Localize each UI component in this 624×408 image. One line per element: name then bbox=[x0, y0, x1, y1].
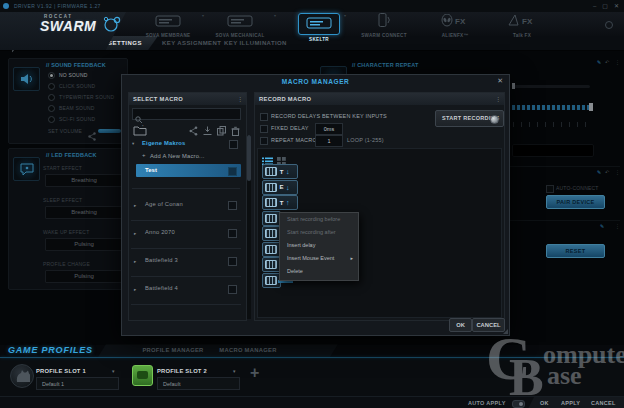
tree-folder-label[interactable]: Age of Conan bbox=[145, 201, 183, 207]
profile-slot2-select[interactable]: Default bbox=[157, 377, 240, 390]
cancel-button[interactable]: CANCEL bbox=[591, 397, 616, 408]
menu-item-insert-delay[interactable]: Insert delay bbox=[280, 239, 358, 252]
dialog-title: MACRO MANAGER bbox=[122, 78, 509, 85]
macro-list-scrollbar[interactable] bbox=[247, 135, 251, 319]
driver-version-text: DRIVER V1.92 | FIRMWARE 1.27 bbox=[14, 3, 101, 9]
maximize-icon[interactable]: ▢ bbox=[602, 3, 608, 9]
device-tab-alienfx[interactable]: FX ALIENFX™ bbox=[417, 13, 493, 38]
tab-profile-manager[interactable]: PROFILE MANAGER bbox=[128, 344, 218, 357]
divider bbox=[0, 357, 624, 358]
macro-search-input[interactable] bbox=[132, 108, 241, 120]
tree-checkbox[interactable] bbox=[228, 257, 237, 266]
tree-checkbox[interactable] bbox=[228, 285, 237, 294]
dialog-ok-button[interactable]: OK bbox=[449, 318, 472, 332]
macro-event-row[interactable]: E ↓ bbox=[262, 180, 298, 195]
key-icon bbox=[265, 167, 277, 176]
caret-right-icon[interactable]: ▸ bbox=[134, 259, 136, 264]
key-press-arrow-icon: ↓ bbox=[286, 165, 290, 178]
profile-row: PROFILE SLOT 1 ▾ Default 1 PROFILE SLOT … bbox=[0, 358, 624, 396]
tree-macro-label[interactable]: Test bbox=[145, 167, 157, 173]
roccat-app-icon bbox=[3, 3, 9, 9]
event-key: T bbox=[277, 200, 286, 206]
repeat-count-value[interactable]: 1 bbox=[315, 135, 343, 147]
device-tab-swarm-connect[interactable]: SWARM CONNECT bbox=[346, 13, 422, 38]
minimize-icon[interactable]: – bbox=[593, 3, 596, 9]
tree-folder-label[interactable]: Eigene Makros bbox=[142, 140, 186, 146]
device-tab-talkfx[interactable]: FX Talk FX bbox=[484, 13, 560, 38]
statusbar: AUTO APPLY OK APPLY CANCEL bbox=[0, 396, 624, 408]
chevron-down-icon[interactable]: ▾ bbox=[233, 368, 236, 374]
alien-icon: FX bbox=[440, 13, 470, 30]
close-icon[interactable]: ✕ bbox=[497, 77, 503, 85]
record-dot-icon bbox=[490, 115, 499, 124]
device-tab-sova-membrane[interactable]: ▾ SOVA MEMBRANE bbox=[130, 13, 206, 38]
tree-checkbox[interactable] bbox=[229, 140, 238, 149]
key-press-arrow-icon: ↓ bbox=[286, 181, 290, 194]
caret-down-icon[interactable]: ▾ bbox=[132, 141, 134, 146]
resize-handle[interactable] bbox=[503, 329, 508, 334]
menu-item-insert-mouse-event[interactable]: Insert Mouse Event ▸ bbox=[280, 252, 358, 265]
talkfx-icon: FX bbox=[507, 13, 537, 30]
start-recording-button[interactable]: START RECORDING bbox=[435, 110, 504, 127]
chevron-down-icon[interactable]: ▾ bbox=[112, 368, 115, 374]
tree-folder-age-of-conan[interactable]: ▸ Age of Conan bbox=[131, 192, 241, 221]
keyboard-icon bbox=[155, 13, 181, 30]
device-tab-label: SOVA MEMBRANE bbox=[130, 33, 206, 38]
menu-item-start-recording-after[interactable]: Start recording after bbox=[280, 226, 358, 239]
header-circle-button[interactable] bbox=[605, 21, 613, 29]
chevron-down-icon[interactable]: ▾ bbox=[274, 13, 276, 18]
tree-folder-eigene-makros[interactable]: ▾ Eigene Makros bbox=[129, 138, 244, 150]
key-icon bbox=[265, 198, 277, 207]
kebab-menu-icon[interactable]: ⋮ bbox=[496, 93, 502, 105]
auto-apply-toggle[interactable] bbox=[512, 400, 525, 408]
tree-macro-test-selected[interactable]: Test bbox=[136, 164, 241, 177]
macro-manager-dialog: MACRO MANAGER ✕ SELECT MACRO ⋮ * ▾ Eigen… bbox=[121, 74, 510, 336]
tab-macro-manager[interactable]: MACRO MANAGER bbox=[208, 344, 288, 357]
tree-folder-label[interactable]: Battlefield 3 bbox=[145, 257, 178, 263]
menu-item-start-recording-before[interactable]: Start recording before bbox=[280, 213, 358, 226]
dialog-cancel-button[interactable]: CANCEL bbox=[472, 318, 505, 332]
macro-event-row[interactable]: T ↑ bbox=[262, 195, 298, 210]
tree-checkbox[interactable] bbox=[228, 201, 237, 210]
fixed-delay-checkbox[interactable] bbox=[260, 125, 268, 133]
tree-folder-battlefield-3[interactable]: ▸ Battlefield 3 bbox=[131, 248, 241, 277]
record-macro-header: RECORD MACRO ⋮ bbox=[255, 93, 504, 105]
ok-button[interactable]: OK bbox=[540, 397, 549, 408]
tree-folder-label[interactable]: Battlefield 4 bbox=[145, 285, 178, 291]
device-tab-label: ALIENFX™ bbox=[417, 33, 493, 38]
tree-folder-battlefield-4[interactable]: ▸ Battlefield 4 bbox=[131, 276, 241, 305]
record-delays-checkbox[interactable] bbox=[260, 113, 268, 121]
event-context-menu: Start recording before Start recording a… bbox=[279, 212, 359, 281]
add-profile-button[interactable]: + bbox=[250, 364, 259, 382]
footer-tabbar: PROFILE MANAGER MACRO MANAGER bbox=[98, 344, 338, 357]
tree-folder-anno-2070[interactable]: ▸ Anno 2070 bbox=[131, 220, 241, 249]
close-icon[interactable]: ✕ bbox=[614, 3, 619, 9]
key-icon bbox=[265, 229, 277, 238]
select-macro-header-label: SELECT MACRO bbox=[133, 93, 183, 105]
repeat-macro-checkbox[interactable] bbox=[260, 137, 268, 145]
fixed-delay-value[interactable]: 0ms bbox=[315, 123, 343, 135]
caret-right-icon[interactable]: ▸ bbox=[134, 231, 136, 236]
profile-slot1-select[interactable]: Default 1 bbox=[36, 377, 119, 390]
device-tab-sova-mechanical[interactable]: ▾ SOVA MECHANICAL bbox=[202, 13, 278, 38]
game-profile-icon bbox=[132, 365, 153, 386]
key-icon bbox=[265, 214, 277, 223]
macro-event-row[interactable]: T ↓ bbox=[262, 164, 298, 179]
menu-item-delete[interactable]: Delete bbox=[280, 265, 358, 278]
brand-swarm: SWARM bbox=[40, 18, 96, 34]
svg-text:FX: FX bbox=[455, 17, 466, 26]
tree-folder-label[interactable]: Anno 2070 bbox=[145, 229, 175, 235]
apply-button[interactable]: APPLY bbox=[561, 397, 580, 408]
caret-right-icon[interactable]: ▸ bbox=[134, 203, 136, 208]
tree-add-new-macro[interactable]: + Add A New Macro... bbox=[129, 151, 244, 163]
tree-add-label[interactable]: Add A New Macro... bbox=[150, 153, 205, 159]
kebab-menu-icon[interactable]: ⋮ bbox=[238, 93, 244, 105]
tab-key-assignment[interactable]: KEY ASSIGNMENT bbox=[162, 36, 221, 50]
key-icon bbox=[265, 183, 277, 192]
menu-item-label: Insert Mouse Event bbox=[287, 255, 334, 261]
tree-checkbox[interactable] bbox=[228, 229, 237, 238]
tab-key-illumination[interactable]: KEY ILLUMINATION bbox=[224, 36, 287, 50]
tree-checkbox[interactable] bbox=[228, 167, 237, 176]
scrollbar-thumb[interactable] bbox=[247, 135, 251, 181]
caret-right-icon[interactable]: ▸ bbox=[134, 287, 136, 292]
